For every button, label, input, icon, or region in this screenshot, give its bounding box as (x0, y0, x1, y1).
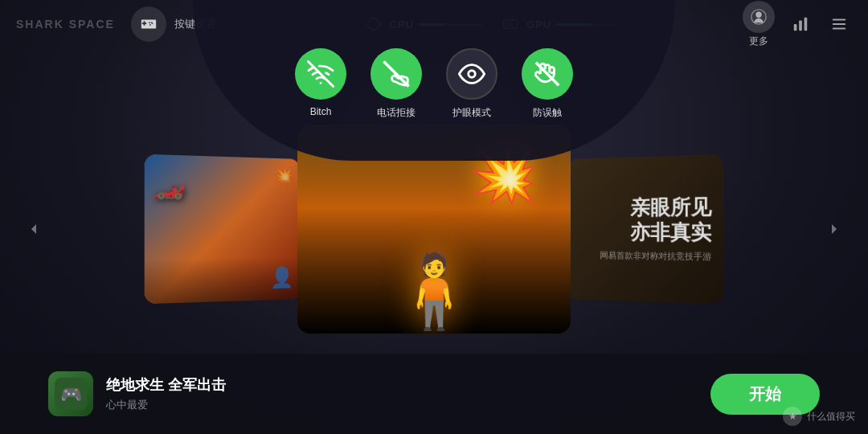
eye-protect-label: 护眼模式 (452, 106, 491, 120)
gamepad-icon[interactable] (131, 6, 166, 42)
game-icon: 🎮 (48, 371, 93, 416)
bar-chart-icon[interactable] (788, 11, 813, 37)
action-anti-touch[interactable]: 防误触 (522, 48, 573, 120)
svg-rect-13 (833, 28, 846, 30)
card-big-text: 亲眼所见 亦非真实 (600, 194, 711, 244)
game-title: 绝地求生 全军出击 (106, 375, 710, 395)
logo: SHARK SPACE (16, 18, 115, 31)
bottom-bar: 🎮 绝地求生 全军出击 心中最爱 开始 (0, 354, 868, 434)
action-bitch[interactable]: Bitch (295, 48, 346, 117)
svg-point-15 (469, 71, 476, 78)
nav-arrow-left[interactable] (24, 219, 43, 239)
svg-rect-9 (799, 20, 802, 31)
svg-rect-11 (833, 19, 846, 21)
svg-point-6 (755, 11, 761, 17)
nav-arrow-right[interactable] (825, 219, 844, 239)
action-phone-reject[interactable]: 电话拒接 (371, 48, 422, 120)
right-icons: 更多 (743, 1, 852, 48)
eye-protect-circle (446, 48, 497, 100)
watermark-text: 什么值得买 (807, 410, 855, 424)
menu-icon[interactable] (826, 11, 852, 37)
anti-touch-circle (522, 48, 573, 100)
quick-actions: Bitch 电话拒接 护眼模式 (263, 40, 605, 128)
game-subtitle: 心中最爱 (106, 398, 710, 412)
card-dark[interactable]: 亲眼所见 亦非真实 网易首款非对称对抗竞技手游 (567, 154, 723, 304)
svg-rect-12 (833, 23, 846, 25)
phone-reject-circle (371, 48, 422, 100)
game-info: 绝地求生 全军出击 心中最爱 (106, 375, 710, 412)
bitch-circle (295, 48, 346, 100)
svg-rect-10 (805, 18, 808, 31)
card-sub-text: 网易首款非对称对抗竞技手游 (600, 250, 711, 264)
svg-rect-8 (794, 24, 797, 31)
bitch-label: Bitch (310, 106, 332, 117)
card-overlay-text: 亲眼所见 亦非真实 网易首款非对称对抗竞技手游 (600, 194, 711, 263)
anti-touch-label: 防误触 (533, 106, 562, 120)
phone-reject-label: 电话拒接 (377, 106, 416, 120)
more-wrap[interactable]: 更多 (743, 1, 775, 48)
svg-text:🎮: 🎮 (60, 383, 83, 405)
more-label: 更多 (749, 35, 768, 48)
watermark: ★ 什么值得买 (783, 407, 855, 426)
watermark-icon: ★ (783, 407, 802, 426)
avatar-icon[interactable] (743, 1, 775, 33)
action-eye-protect[interactable]: 护眼模式 (446, 48, 497, 120)
card-racing[interactable]: 🏎️ 👤 💥 (145, 154, 301, 304)
